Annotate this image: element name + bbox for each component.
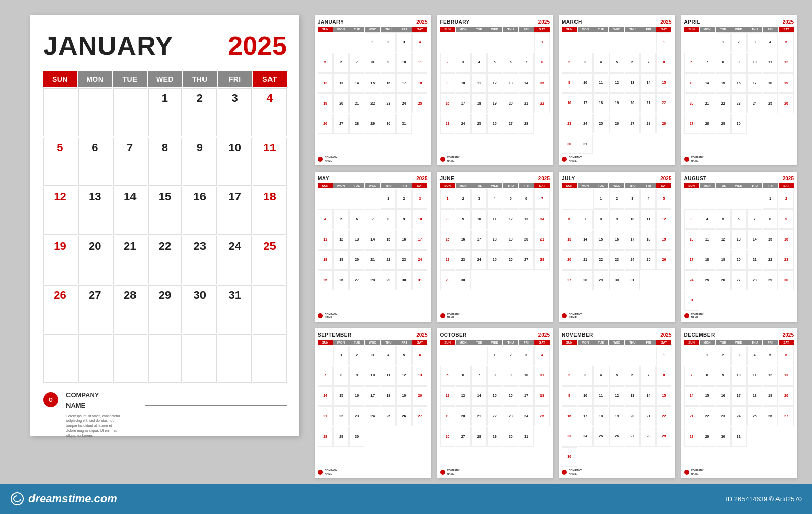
- small-cell: 21: [318, 406, 333, 426]
- small-cal-footer: COMPANYNAME: [684, 313, 794, 319]
- small-cell: [471, 291, 487, 311]
- small-logo-box: [562, 157, 567, 162]
- small-cell: 31: [625, 270, 640, 290]
- small-cal-footer: COMPANYNAME: [684, 469, 794, 475]
- small-cell: 23: [349, 406, 364, 426]
- small-cell: 24: [519, 406, 534, 426]
- small-cell: 14: [578, 230, 593, 250]
- small-cell: 6: [503, 53, 518, 73]
- small-cell: [763, 114, 778, 133]
- small-cell: 5: [716, 209, 731, 229]
- small-cell: 22: [763, 250, 778, 269]
- small-cell: 6: [731, 209, 747, 229]
- small-cell: [716, 447, 731, 467]
- small-cell: 11: [534, 366, 550, 386]
- small-cell: 14: [471, 386, 487, 406]
- small-cell: [593, 291, 608, 311]
- small-cell: [747, 134, 762, 154]
- small-cell: 1: [440, 189, 455, 209]
- small-cell: [609, 32, 624, 52]
- main-cal-cell: [218, 334, 252, 383]
- small-cell: 14: [684, 386, 699, 406]
- small-cell: [412, 447, 427, 467]
- small-cell: 24: [578, 114, 593, 133]
- small-cell: 14: [365, 230, 380, 250]
- small-cell: 25: [534, 406, 550, 426]
- small-cell: 12: [318, 73, 333, 93]
- small-cell: 3: [684, 209, 699, 229]
- small-cell: 10: [519, 366, 534, 386]
- small-cell: [562, 32, 577, 52]
- small-cell: 30: [731, 114, 747, 133]
- small-cal-grid: 1234567891011121314151617181920212223242…: [684, 189, 794, 310]
- small-cell: 29: [716, 114, 731, 133]
- main-cal-cell: 14: [113, 187, 147, 235]
- small-cell: 13: [349, 230, 364, 250]
- small-month-name: DECEMBER: [684, 332, 715, 338]
- small-dh-wed: WED: [487, 183, 502, 188]
- small-cell: 16: [440, 93, 455, 113]
- main-cal-cell: 11: [253, 138, 287, 186]
- small-cell: 10: [578, 386, 593, 406]
- small-cell: [534, 447, 550, 467]
- small-cell: [349, 32, 364, 52]
- day-header-fri: FRI: [218, 71, 252, 87]
- small-cell: 11: [471, 73, 487, 93]
- main-cal-cell: [183, 334, 217, 383]
- small-cell: 29: [763, 270, 778, 290]
- small-cell: [396, 134, 412, 154]
- small-dh-tue: TUE: [593, 340, 608, 345]
- small-dh-thu: THU: [381, 340, 396, 345]
- small-cell: [333, 291, 349, 311]
- small-cell: [412, 134, 427, 154]
- small-company-text: COMPANYNAME: [325, 156, 337, 162]
- small-month-name: MAY: [318, 176, 329, 181]
- small-dh-thu: THU: [625, 183, 640, 188]
- small-dh-sun: SUN: [440, 183, 455, 188]
- small-cell: [333, 32, 349, 52]
- small-cell: 20: [519, 230, 534, 250]
- main-cal-cell: 18: [253, 187, 287, 235]
- small-cell: 9: [562, 386, 577, 406]
- small-cell: [593, 32, 608, 52]
- small-cal-footer: COMPANYNAME: [318, 156, 428, 162]
- small-cell: 3: [578, 366, 593, 386]
- small-cell: 25: [593, 114, 608, 133]
- small-cal-may: MAY2025SUNMONTUEWEDTHUFRISAT123456789101…: [315, 172, 431, 322]
- small-cell: 20: [625, 406, 640, 426]
- small-cell: 29: [593, 270, 608, 290]
- small-cell: 4: [747, 346, 762, 365]
- small-cal-footer: COMPANYNAME: [440, 469, 550, 475]
- small-days-header: SUNMONTUEWEDTHUFRISAT: [684, 27, 794, 32]
- small-cell: 26: [779, 93, 794, 113]
- dreamstime-bar: dreamstime.com ID 265414639 © Artit2570: [0, 484, 812, 514]
- small-dh-fri: FRI: [519, 27, 534, 32]
- small-cell: [503, 291, 518, 311]
- small-cell: [318, 189, 333, 209]
- small-cell: [503, 270, 518, 290]
- small-logo-box: [562, 313, 567, 318]
- main-cal-cell: [43, 334, 77, 383]
- small-cal-june: JUNE2025SUNMONTUEWEDTHUFRISAT12345678910…: [437, 172, 553, 322]
- small-cell: 5: [656, 189, 671, 209]
- small-cell: 4: [487, 189, 502, 209]
- small-cell: 13: [731, 229, 747, 249]
- small-cell: 5: [318, 53, 333, 73]
- small-cell: 9: [456, 209, 471, 229]
- small-cell: 19: [440, 406, 455, 426]
- small-year: 2025: [783, 176, 794, 181]
- small-month-name: SEPTEMBER: [318, 332, 352, 338]
- company-name: COMPANYNAME: [66, 390, 137, 412]
- small-cell: 9: [349, 366, 364, 386]
- small-cell: 13: [562, 230, 577, 250]
- small-cell: 14: [349, 73, 364, 93]
- small-cell: 1: [365, 32, 380, 52]
- small-dh-sat: SAT: [779, 183, 794, 188]
- small-year: 2025: [783, 332, 794, 338]
- small-cell: 24: [578, 427, 593, 447]
- small-cell: 11: [412, 53, 427, 73]
- dreamstime-logo: dreamstime.com: [28, 492, 117, 505]
- small-dh-mon: MON: [578, 183, 593, 188]
- small-cell: 16: [396, 230, 412, 250]
- small-cell: 29: [440, 270, 455, 290]
